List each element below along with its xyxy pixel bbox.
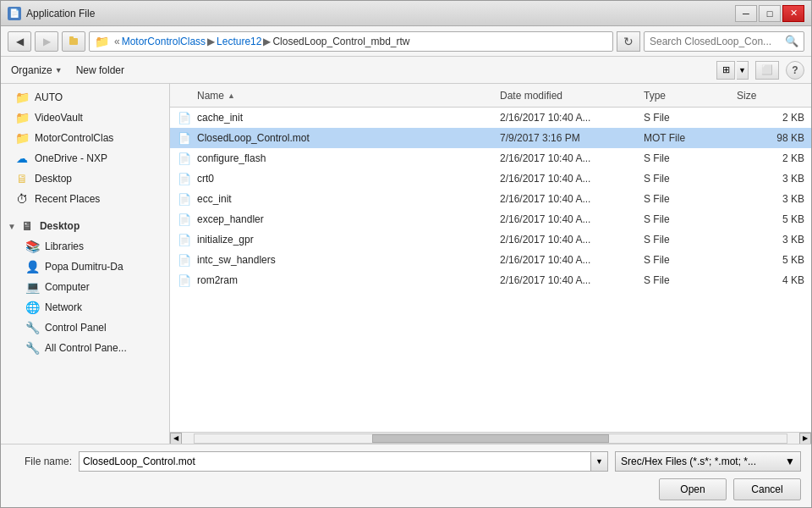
file-size: 2 KB [737, 112, 804, 124]
table-row[interactable]: 📄 ecc_init 2/16/2017 10:40 A... S File 3… [170, 189, 811, 209]
sidebar-item-computer[interactable]: 💻 Computer [1, 277, 169, 297]
table-row[interactable]: 📄 configure_flash 2/16/2017 10:40 A... S… [170, 148, 811, 168]
breadcrumb-separator3: ▶ [263, 36, 271, 47]
file-type: MOT File [644, 132, 737, 144]
window-controls: ─ □ ✕ [735, 5, 804, 22]
column-name-label: Name [197, 90, 224, 102]
filename-dropdown-button[interactable]: ▼ [590, 452, 607, 471]
breadcrumb-bar[interactable]: 📁 « MotorControlClass ▶ Lecture12 ▶ Clos… [89, 31, 613, 52]
up-button[interactable] [62, 31, 85, 52]
table-row[interactable]: 📄 intc_sw_handlers 2/16/2017 10:40 A... … [170, 250, 811, 270]
table-row[interactable]: 📄 rom2ram 2/16/2017 10:40 A... S File 4 … [170, 270, 811, 290]
sidebar-section-label: Desktop [40, 220, 80, 232]
refresh-button[interactable]: ↻ [617, 31, 640, 52]
close-button[interactable]: ✕ [782, 5, 804, 22]
search-icon: 🔍 [785, 35, 798, 47]
file-date: 2/16/2017 10:40 A... [500, 173, 644, 185]
new-folder-button[interactable]: New folder [73, 63, 128, 78]
help-button[interactable]: ? [786, 61, 804, 80]
hscroll-right-button[interactable]: ▶ [799, 433, 811, 444]
column-header-name[interactable]: Name ▲ [197, 90, 500, 102]
sidebar-item-label: All Control Pane... [45, 342, 127, 354]
sidebar-item-videovault[interactable]: 📁 VideoVault [1, 108, 169, 128]
sidebar-item-allcontrolpane[interactable]: 🔧 All Control Pane... [1, 338, 169, 358]
file-date: 2/16/2017 10:40 A... [500, 112, 644, 124]
filetype-chevron-icon: ▼ [785, 456, 795, 467]
sidebar-item-network[interactable]: 🌐 Network [1, 297, 169, 318]
maximize-button[interactable]: □ [759, 5, 781, 22]
open-button[interactable]: Open [659, 478, 727, 500]
sidebar-item-recentplaces[interactable]: ⏱ Recent Places [1, 189, 169, 209]
sidebar-item-label: Popa Dumitru-Da [45, 261, 123, 273]
filename-row: File name: ▼ Srec/Hex Files (*.s*; *.mot… [11, 451, 801, 472]
file-type: S File [644, 152, 737, 164]
breadcrumb-separator1: « [114, 36, 120, 47]
table-row[interactable]: 📄 initialize_gpr 2/16/2017 10:40 A... S … [170, 229, 811, 250]
hscroll-left-button[interactable]: ◀ [170, 433, 182, 444]
column-header-date[interactable]: Date modified [500, 90, 644, 102]
file-list[interactable]: 📄 cache_init 2/16/2017 10:40 A... S File… [170, 108, 811, 432]
table-row[interactable]: 📄 cache_init 2/16/2017 10:40 A... S File… [170, 108, 811, 128]
file-size: 2 KB [737, 152, 804, 164]
file-type: S File [644, 112, 737, 124]
view-dropdown-button[interactable]: ▼ [737, 61, 749, 80]
sidebar-item-label: Network [45, 301, 82, 313]
sidebar-item-desktop-top[interactable]: 🖥 Desktop [1, 168, 169, 189]
table-row[interactable]: 📄 excep_handler 2/16/2017 10:40 A... S F… [170, 209, 811, 229]
search-input[interactable] [650, 36, 785, 47]
file-list-header: Name ▲ Date modified Type Size [170, 84, 811, 108]
cancel-button[interactable]: Cancel [733, 478, 801, 500]
hscroll-track[interactable] [194, 433, 787, 444]
sidebar-item-label: Computer [45, 281, 90, 293]
bottom-bar: File name: ▼ Srec/Hex Files (*.s*; *.mot… [1, 444, 811, 507]
filetype-select[interactable]: Srec/Hex Files (*.s*; *.mot; *... ▼ [615, 451, 801, 472]
sidebar-item-popadumitru[interactable]: 👤 Popa Dumitru-Da [1, 257, 169, 277]
sidebar-item-motorcontrolclass[interactable]: 📁 MotorControlClas [1, 128, 169, 148]
file-name: initialize_gpr [197, 234, 500, 246]
sidebar-item-label: AUTO [35, 91, 63, 103]
folder-icon: 📁 [14, 110, 30, 125]
column-date-label: Date modified [500, 90, 562, 102]
organize-label: Organize [11, 64, 52, 76]
horizontal-scrollbar[interactable]: ◀ ▶ [170, 432, 811, 444]
file-type: S File [644, 173, 737, 185]
table-row[interactable]: 📄 ClosedLoop_Control.mot 7/9/2017 3:16 P… [170, 128, 811, 148]
file-size: 4 KB [737, 274, 804, 286]
filename-input[interactable] [80, 456, 590, 467]
preview-panel-button[interactable]: ⬜ [755, 61, 779, 80]
minimize-button[interactable]: ─ [735, 5, 757, 22]
file-type: S File [644, 234, 737, 246]
file-icon: 📄 [177, 130, 192, 146]
hscroll-thumb[interactable] [372, 434, 609, 443]
back-button[interactable]: ◀ [8, 31, 31, 52]
column-header-size[interactable]: Size [737, 90, 804, 102]
sidebar-gap [1, 209, 169, 216]
svg-rect-0 [69, 38, 78, 45]
file-icon: 📄 [177, 151, 192, 166]
search-box[interactable]: 🔍 [644, 31, 804, 52]
organize-bar: Organize ▼ New folder ⊞ ▼ ⬜ ? [1, 57, 811, 84]
sidebar-item-auto[interactable]: 📁 AUTO [1, 87, 169, 108]
sidebar-item-onedrive[interactable]: ☁ OneDrive - NXP [1, 148, 169, 168]
breadcrumb-part1[interactable]: MotorControlClass [122, 36, 206, 47]
view-toggle-button[interactable]: ⊞ [716, 61, 735, 80]
file-icon: 📄 [177, 171, 192, 186]
file-date: 2/16/2017 10:40 A... [500, 193, 644, 205]
onedrive-icon: ☁ [14, 151, 30, 166]
sidebar-item-label: Libraries [45, 240, 84, 252]
file-size: 3 KB [737, 234, 804, 246]
sidebar-section-desktop[interactable]: ▼ 🖥 Desktop [1, 216, 169, 236]
forward-button[interactable]: ▶ [35, 31, 58, 52]
file-type: S File [644, 254, 737, 266]
filename-input-container[interactable]: ▼ [79, 451, 608, 472]
organize-button[interactable]: Organize ▼ [8, 63, 66, 78]
table-row[interactable]: 📄 crt0 2/16/2017 10:40 A... S File 3 KB [170, 168, 811, 189]
sidebar: 📁 AUTO 📁 VideoVault 📁 MotorControlClas ☁… [1, 84, 170, 444]
sidebar-item-libraries[interactable]: 📚 Libraries [1, 236, 169, 257]
column-header-type[interactable]: Type [644, 90, 737, 102]
folder-icon: 📁 [14, 90, 30, 105]
sidebar-item-controlpanel[interactable]: 🔧 Control Panel [1, 318, 169, 338]
breadcrumb-part2[interactable]: Lecture12 [217, 36, 261, 47]
filetype-value: Srec/Hex Files (*.s*; *.mot; *... [621, 456, 756, 467]
sidebar-item-label: Desktop [35, 173, 72, 185]
